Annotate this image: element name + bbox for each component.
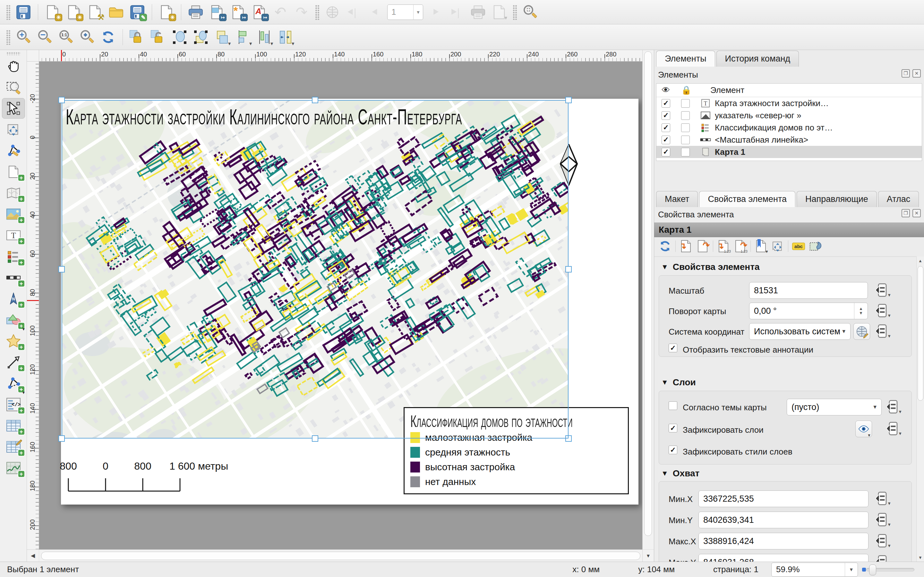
toolbar-grip[interactable]: [6, 5, 10, 20]
atlas-next-button[interactable]: ⯈: [426, 3, 445, 22]
visibility-checkbox[interactable]: ✓: [662, 99, 670, 108]
vertical-scrollbar[interactable]: ▼: [642, 50, 654, 562]
resize-handle-ne[interactable]: [565, 97, 572, 103]
lock-items-button[interactable]: [128, 27, 147, 47]
refresh-button[interactable]: [99, 27, 118, 47]
duplicate-layout-button[interactable]: ✳: [64, 3, 83, 22]
data-defined-override-button[interactable]: ▼: [875, 303, 887, 319]
float-panel-icon[interactable]: ❐: [901, 69, 910, 77]
zoom-level-combo[interactable]: 59.9% ▼: [771, 562, 858, 577]
pscroll-thumb[interactable]: [918, 266, 923, 401]
lock-styles-checkbox[interactable]: ✓: [669, 446, 677, 454]
lock-checkbox[interactable]: [681, 99, 690, 108]
close-panel-icon[interactable]: ✕: [913, 209, 921, 218]
resize-handle-w[interactable]: [58, 266, 65, 272]
data-defined-override-button[interactable]: ▼: [875, 283, 887, 298]
unlock-items-button[interactable]: [149, 27, 168, 47]
close-panel-icon[interactable]: ✕: [913, 69, 921, 77]
visibility-preset-button[interactable]: ▼: [855, 421, 872, 437]
print-button[interactable]: [186, 3, 205, 22]
zoom-slider[interactable]: [866, 568, 914, 571]
resize-handle-sw[interactable]: [58, 435, 65, 442]
map-theme-checkbox[interactable]: ✓: [669, 401, 677, 410]
element-row[interactable]: ✓<Масштабная линейка>: [656, 134, 922, 146]
rotation-spinbox[interactable]: 0,00 °▲▼: [749, 303, 868, 319]
maxx-input[interactable]: 3388916,424: [698, 533, 869, 550]
labeling-settings-button[interactable]: abc: [791, 239, 806, 254]
scale-input[interactable]: 81531: [749, 282, 868, 299]
atlas-preview-button[interactable]: [323, 3, 342, 22]
tab-item-properties[interactable]: Свойства элемента: [699, 191, 795, 207]
page-number-combo[interactable]: 1▼: [387, 5, 423, 20]
map-title-label[interactable]: Карта этажности застройки Калининского р…: [66, 104, 462, 129]
data-defined-override-button[interactable]: ▼: [875, 491, 887, 506]
set-extent-to-canvas-button[interactable]: ↴: [678, 239, 694, 254]
data-defined-override-button[interactable]: ▼: [885, 400, 898, 415]
raise-items-button[interactable]: ▼: [212, 27, 232, 47]
maxy-input[interactable]: 8416931,268: [698, 554, 869, 562]
resize-handle-e[interactable]: [565, 266, 572, 272]
zoom-actual-button[interactable]: 1:1: [56, 27, 75, 47]
zoom-full-button[interactable]: ✥: [78, 27, 97, 47]
layout-canvas[interactable]: Карта этажности застройки Калининского р…: [39, 61, 642, 550]
export-atlas-button[interactable]: ▼: [489, 3, 509, 22]
resize-handle-se[interactable]: [565, 435, 572, 442]
data-defined-override-button[interactable]: ▼: [875, 512, 887, 528]
add-fixed-table-button[interactable]: +: [2, 437, 25, 457]
bookmark-button[interactable]: ▼: [753, 239, 769, 254]
resize-handle-nw[interactable]: [58, 97, 65, 103]
view-scale-in-canvas-button[interactable]: ↷1:23: [732, 239, 748, 254]
scroll-down-arrow[interactable]: ▼: [917, 553, 924, 562]
add-marker-button[interactable]: +: [2, 331, 25, 351]
vscroll-thumb[interactable]: [644, 51, 652, 536]
lock-checkbox[interactable]: [681, 123, 690, 132]
atlas-previous-button[interactable]: ⯇: [365, 3, 384, 22]
element-row[interactable]: ✓TКарта этажности застройки…: [656, 97, 922, 109]
add-from-template-button[interactable]: [107, 3, 126, 22]
move-content-tool-button[interactable]: [2, 119, 25, 140]
tab-atlas[interactable]: Атлас: [878, 191, 919, 207]
add-arrow-button[interactable]: +: [2, 352, 25, 372]
view-extent-in-canvas-button[interactable]: ↷: [695, 239, 710, 254]
visibility-checkbox[interactable]: ✓: [662, 111, 670, 120]
section-extent[interactable]: ▼Охват: [661, 468, 699, 479]
layout-page[interactable]: Карта этажности застройки Калининского р…: [61, 99, 638, 504]
redo-button[interactable]: ↷: [292, 3, 311, 22]
toolbar-grip[interactable]: [6, 52, 21, 55]
add-html-button[interactable]: +: [2, 394, 25, 415]
update-map-preview-button[interactable]: [657, 239, 673, 254]
zoom-tool-button[interactable]: [2, 77, 25, 97]
save-as-template-button[interactable]: ✎: [128, 3, 147, 22]
elements-list[interactable]: 👁 🔒 Элемент ✓TКарта этажности застройки……: [656, 83, 922, 161]
add-map-button[interactable]: +: [2, 183, 25, 203]
zoom-to-page-button[interactable]: ⛶: [520, 3, 540, 22]
tab-elements[interactable]: Элементы: [656, 51, 715, 67]
horizontal-scrollbar[interactable]: ◀: [27, 550, 642, 562]
lock-checkbox[interactable]: [681, 111, 690, 120]
layout-manager-button[interactable]: ⚒: [86, 3, 105, 22]
scroll-up-arrow[interactable]: ▲: [917, 256, 924, 265]
toolbar-grip[interactable]: [315, 5, 319, 20]
spinner-arrows[interactable]: ▲▼: [854, 303, 867, 319]
element-row[interactable]: ✓Карта 1: [656, 146, 922, 158]
atlas-first-button[interactable]: ⯇▏: [344, 3, 363, 22]
zoom-out-button[interactable]: −: [35, 27, 54, 47]
page-setup-button[interactable]: ✳: [157, 3, 176, 22]
set-scale-to-canvas-button[interactable]: ↴1:23: [716, 239, 731, 254]
section-main-properties[interactable]: ▼Свойства элемента: [661, 262, 760, 272]
resize-items-button[interactable]: ▼: [276, 27, 295, 47]
add-label-button[interactable]: T+: [2, 225, 25, 245]
add-legend-button[interactable]: +: [2, 246, 25, 267]
scroll-down-arrow[interactable]: ▼: [643, 550, 654, 562]
add-elevation-profile-button[interactable]: +: [2, 458, 25, 478]
show-annotations-checkbox[interactable]: ✓: [669, 343, 677, 352]
map-item[interactable]: Карта этажности застройки Калининского р…: [61, 100, 569, 438]
lock-checkbox[interactable]: [681, 148, 690, 156]
atlas-last-button[interactable]: ⯈▏: [447, 3, 467, 22]
north-arrow-item[interactable]: [559, 143, 579, 186]
resize-handle-s[interactable]: [312, 435, 318, 442]
lock-layers-checkbox[interactable]: ✓: [669, 424, 677, 432]
toolbar-grip[interactable]: [512, 5, 517, 20]
lock-checkbox[interactable]: [681, 135, 690, 144]
visibility-checkbox[interactable]: ✓: [662, 135, 670, 144]
